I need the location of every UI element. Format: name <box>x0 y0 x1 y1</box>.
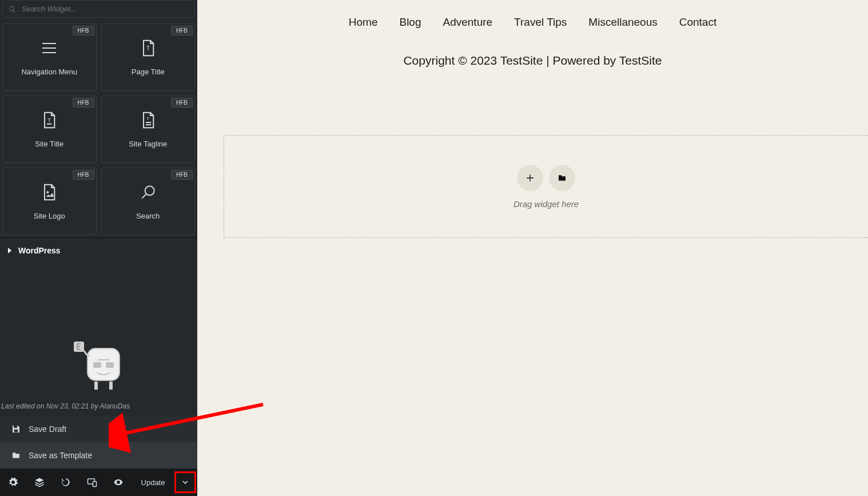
svg-rect-12 <box>87 348 120 380</box>
svg-rect-14 <box>106 362 114 368</box>
save-draft-button[interactable]: Save Draft <box>0 416 197 442</box>
widget-label: Page Title <box>132 68 165 76</box>
hfb-badge: HFB <box>171 170 193 180</box>
save-options-menu: Save Draft Save as Template <box>0 416 197 469</box>
history-button[interactable] <box>53 469 79 496</box>
widget-label: Site Tagline <box>129 140 167 148</box>
widget-site-tagline[interactable]: HFB T Site Tagline <box>101 96 196 163</box>
last-edited-text: Last edited on Nov 23, 02:21 by AtanuDas <box>0 398 197 416</box>
nav-link-miscellaneous[interactable]: Miscellaneous <box>588 16 657 29</box>
hamburger-icon <box>40 39 58 57</box>
navigator-button[interactable] <box>26 469 53 496</box>
document-image-icon <box>40 183 58 201</box>
hfb-badge: HFB <box>73 26 94 35</box>
svg-text:T: T <box>47 117 51 122</box>
save-icon <box>11 424 21 434</box>
svg-text:T: T <box>146 116 149 121</box>
save-draft-label: Save Draft <box>29 424 66 434</box>
widget-site-logo[interactable]: HFB Site Logo <box>2 168 97 235</box>
folder-icon <box>11 451 21 460</box>
nav-link-contact[interactable]: Contact <box>679 16 716 29</box>
save-options-toggle[interactable] <box>174 471 196 493</box>
chevron-down-icon <box>181 478 190 487</box>
search-icon <box>9 5 16 13</box>
hfb-badge: HFB <box>171 98 193 108</box>
widget-grid: HFB Navigation Menu HFB T Page Title HFB… <box>0 18 197 237</box>
save-template-label: Save as Template <box>29 451 92 460</box>
document-lines-icon: T <box>139 111 157 129</box>
hfb-badge: HFB <box>73 98 94 108</box>
caret-right-icon <box>7 248 13 253</box>
svg-rect-22 <box>93 482 97 487</box>
hfb-badge: HFB <box>73 170 94 180</box>
widget-navigation-menu[interactable]: HFB Navigation Menu <box>2 23 97 91</box>
settings-button[interactable] <box>0 469 26 496</box>
widget-label: Navigation Menu <box>21 68 77 76</box>
add-template-button[interactable] <box>549 165 575 191</box>
elementor-sidebar: HFB Navigation Menu HFB T Page Title HFB… <box>0 0 197 496</box>
nav-link-travel-tips[interactable]: Travel Tips <box>514 16 567 29</box>
widget-site-title[interactable]: HFB T Site Title <box>2 96 97 163</box>
svg-point-9 <box>47 191 49 193</box>
document-title-icon: T <box>40 111 58 129</box>
nav-link-home[interactable]: Home <box>349 16 378 29</box>
empty-section-drop-zone[interactable]: Drag widget here <box>224 135 868 238</box>
add-section-button[interactable] <box>517 165 543 191</box>
update-button[interactable]: Update <box>132 478 174 487</box>
document-t-icon: T <box>139 39 157 57</box>
preview-button[interactable] <box>105 469 132 496</box>
search-input[interactable] <box>22 5 189 13</box>
responsive-button[interactable] <box>79 469 105 496</box>
save-as-template-button[interactable]: Save as Template <box>0 442 197 469</box>
folder-icon <box>558 173 567 182</box>
gear-icon <box>8 477 18 487</box>
bottom-bar: Update <box>0 469 197 496</box>
svg-text:T: T <box>146 45 150 51</box>
eye-icon <box>113 477 124 487</box>
widget-search[interactable]: HFB Search <box>101 168 196 235</box>
responsive-icon <box>87 477 97 487</box>
widget-label: Search <box>136 212 160 220</box>
magnifier-icon <box>139 183 157 201</box>
nav-link-adventure[interactable]: Adventure <box>443 16 492 29</box>
widget-page-title[interactable]: HFB T Page Title <box>101 23 196 91</box>
history-icon <box>61 477 71 487</box>
drop-zone-text: Drag widget here <box>513 199 579 209</box>
svg-rect-19 <box>14 426 17 428</box>
svg-rect-13 <box>93 362 101 368</box>
accordion-label: WordPress <box>18 246 61 255</box>
widget-search[interactable] <box>2 0 195 18</box>
hfb-badge: HFB <box>171 26 193 35</box>
elementor-mascot-icon <box>65 337 133 394</box>
promo-area <box>0 263 197 398</box>
svg-line-11 <box>142 193 146 198</box>
layers-icon <box>34 477 45 487</box>
widget-label: Site Title <box>35 140 63 148</box>
wordpress-accordion[interactable]: WordPress <box>0 237 197 263</box>
svg-rect-17 <box>94 382 98 390</box>
plus-icon <box>525 173 535 182</box>
site-navigation: Home Blog Adventure Travel Tips Miscella… <box>197 0 868 29</box>
widget-label: Site Logo <box>34 212 65 220</box>
editor-canvas[interactable]: Home Blog Adventure Travel Tips Miscella… <box>197 0 868 496</box>
svg-rect-18 <box>109 382 113 390</box>
copyright-text: Copyright © 2023 TestSite | Powered by T… <box>197 54 868 68</box>
svg-rect-20 <box>14 430 18 432</box>
nav-link-blog[interactable]: Blog <box>399 16 421 29</box>
